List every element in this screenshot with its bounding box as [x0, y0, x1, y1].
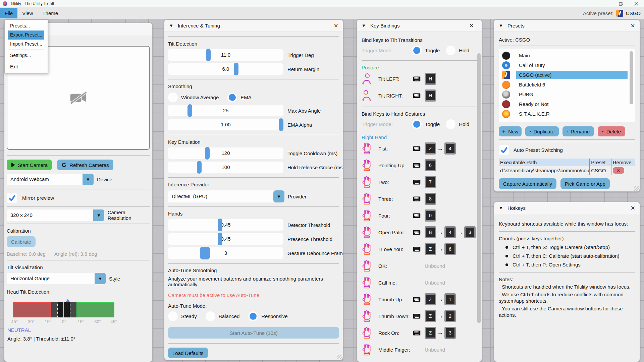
close-icon[interactable]: ×	[469, 22, 474, 29]
mirror-preview-checkbox[interactable]	[7, 193, 17, 203]
scrollbar[interactable]	[477, 33, 481, 348]
keycap[interactable]: 1	[444, 293, 456, 305]
keycap[interactable]: 4	[444, 142, 456, 155]
pick-game-button[interactable]: Pick Game or App	[560, 178, 610, 189]
preset-name[interactable]: Main	[516, 51, 628, 60]
duplicate-preset-button[interactable]: Duplicate	[525, 126, 559, 136]
preset-row-main[interactable]: Main	[499, 51, 635, 60]
keycap[interactable]: H	[425, 89, 436, 102]
slider-handle[interactable]	[197, 161, 202, 174]
presence-threshold-slider[interactable]: 0.45	[168, 233, 283, 245]
keycap[interactable]: 3	[444, 327, 456, 339]
chevron-down-icon[interactable]: ▼	[83, 174, 94, 185]
close-window-button[interactable]	[629, 0, 644, 7]
provider-combo[interactable]: DirectML (GPU) ▼ Provider	[168, 190, 339, 202]
resolution-value[interactable]: 320 x 240	[7, 209, 93, 221]
trigger-deg-slider[interactable]: 11.0	[168, 49, 283, 61]
keycap[interactable]: Z	[425, 243, 436, 255]
close-icon[interactable]: ×	[631, 22, 635, 29]
radio-gesture-toggle[interactable]	[412, 119, 422, 129]
preset-name[interactable]: Ready or Not	[516, 100, 628, 108]
keycap[interactable]: Z	[425, 310, 436, 322]
scrollbar-thumb[interactable]	[477, 53, 481, 323]
file-menu-import-preset[interactable]: Import Preset...	[8, 40, 44, 49]
keyboard-icon[interactable]	[413, 247, 421, 252]
resolution-combo[interactable]: 320 x 240 ▼ Camera Resolution	[7, 209, 150, 221]
capture-automatically-button[interactable]: Capture Automatically	[499, 178, 556, 189]
preset-name[interactable]: PUBG	[516, 90, 628, 99]
keycap[interactable]: 4	[444, 226, 456, 238]
file-menu-exit[interactable]: Exit	[8, 62, 44, 71]
radio-steady[interactable]	[168, 311, 178, 321]
radio-tilt-toggle[interactable]	[412, 46, 422, 55]
preset-row-battlefield-6[interactable]: Battlefield 6	[499, 80, 635, 89]
keycap[interactable]: 2	[444, 310, 456, 322]
keyboard-icon[interactable]	[413, 230, 421, 235]
chevron-down-icon[interactable]: ▼	[273, 190, 284, 202]
radio-balanced[interactable]	[206, 311, 215, 321]
collapse-icon[interactable]: ▼	[499, 205, 503, 210]
return-margin-slider[interactable]: 6.0	[168, 63, 283, 75]
radio-window-average[interactable]	[168, 93, 178, 102]
chevron-down-icon[interactable]: ▼	[93, 209, 104, 221]
file-menu-presets[interactable]: Presets...	[8, 21, 44, 31]
collapse-icon[interactable]: ▼	[499, 23, 503, 28]
radio-responsive[interactable]	[248, 311, 258, 321]
keyboard-icon[interactable]	[413, 330, 421, 336]
keyboard-icon[interactable]	[413, 314, 421, 319]
keyboard-icon[interactable]	[413, 180, 421, 185]
radio-tilt-hold[interactable]	[446, 46, 455, 55]
keycap[interactable]: B	[425, 226, 436, 238]
keycap[interactable]: Z	[425, 293, 436, 305]
maximize-button[interactable]	[613, 0, 629, 7]
style-combo[interactable]: Horizontal Gauge ▼ Style	[7, 273, 150, 284]
keyboard-icon[interactable]	[413, 297, 421, 302]
calibrate-button[interactable]: Calibrate	[7, 236, 36, 247]
remove-row-button[interactable]: X	[613, 167, 624, 174]
file-menu-export-preset[interactable]: Export Preset...	[8, 31, 44, 40]
resize-grip[interactable]	[634, 186, 639, 191]
preset-name[interactable]: CSGO (active)	[516, 71, 628, 79]
load-defaults-button[interactable]: Load Defaults	[168, 348, 208, 358]
preset-row-csgo-active[interactable]: CSGO (active)	[499, 70, 635, 80]
preset-row-call-of-duty[interactable]: Call of Duty	[499, 60, 635, 70]
column-header-remove[interactable]: Remove	[611, 159, 635, 166]
slider-handle[interactable]	[206, 49, 211, 61]
close-icon[interactable]: ×	[334, 22, 338, 29]
preset-name[interactable]: S.T.A.L.K.E.R	[516, 110, 628, 118]
start-autotune-button[interactable]: Start Auto-Tune (10s)	[168, 327, 339, 339]
slider-handle[interactable]	[279, 118, 283, 131]
style-value[interactable]: Horizontal Gauge	[7, 273, 95, 284]
slider-handle[interactable]	[187, 104, 192, 117]
keyboard-icon[interactable]	[413, 76, 421, 81]
max-abs-angle-slider[interactable]: 25	[168, 105, 283, 116]
refresh-cameras-button[interactable]: Refresh Cameras	[57, 160, 113, 170]
menu-theme[interactable]: Theme	[38, 8, 63, 18]
preset-name[interactable]: Battlefield 6	[516, 80, 628, 89]
device-value[interactable]: Android Webcam	[7, 174, 83, 185]
keycap[interactable]: 3	[464, 226, 476, 238]
keyboard-icon[interactable]	[413, 146, 421, 151]
slider-handle[interactable]	[218, 219, 222, 231]
scrollbar-thumb[interactable]	[630, 51, 633, 104]
close-icon[interactable]: ×	[631, 205, 635, 212]
keyboard-icon[interactable]	[413, 213, 421, 218]
auto-preset-switching-checkbox[interactable]	[499, 145, 509, 155]
column-header-preset[interactable]: Preset	[590, 159, 611, 166]
preset-row-pubg[interactable]: PUBG	[499, 89, 635, 99]
resize-grip[interactable]	[337, 355, 342, 359]
menu-view[interactable]: View	[17, 8, 38, 18]
file-menu-settings[interactable]: Settings...	[8, 51, 44, 60]
provider-value[interactable]: DirectML (GPU)	[168, 190, 273, 202]
rename-preset-button[interactable]: Rename	[562, 126, 594, 136]
keycap[interactable]: H	[425, 73, 436, 85]
keyboard-icon[interactable]	[413, 163, 421, 168]
slider-handle[interactable]	[218, 233, 222, 245]
column-header-path[interactable]: Executable Path	[499, 159, 590, 166]
device-combo[interactable]: Android Webcam ▼ Device	[7, 174, 150, 185]
slider-handle[interactable]	[234, 63, 238, 75]
debounce-frames-slider[interactable]: 3	[168, 247, 283, 259]
keycap[interactable]: Z	[425, 142, 436, 155]
ema-alpha-slider[interactable]: 1.00	[168, 119, 283, 130]
keycap[interactable]: 0	[425, 209, 436, 222]
